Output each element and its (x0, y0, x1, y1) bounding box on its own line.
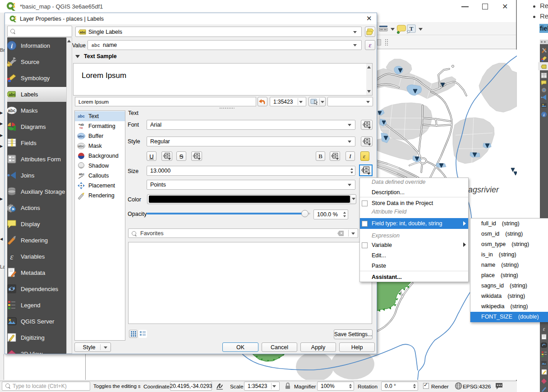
svg-text:ε: ε (10, 252, 14, 261)
svg-text:abc: abc (80, 30, 86, 34)
svg-text:ε: ε (543, 326, 545, 332)
svg-text:abc: abc (9, 92, 16, 97)
svg-text:agsrivier: agsrivier (468, 185, 499, 194)
svg-text:<c: <c (79, 126, 83, 129)
svg-text:abc: abc (78, 134, 84, 138)
svg-text:+ab: +ab (78, 123, 84, 126)
svg-text:abc: abc (79, 173, 84, 176)
svg-text:abc: abc (78, 114, 85, 119)
svg-text:abc: abc (8, 108, 16, 113)
svg-text:abc: abc (78, 144, 84, 148)
